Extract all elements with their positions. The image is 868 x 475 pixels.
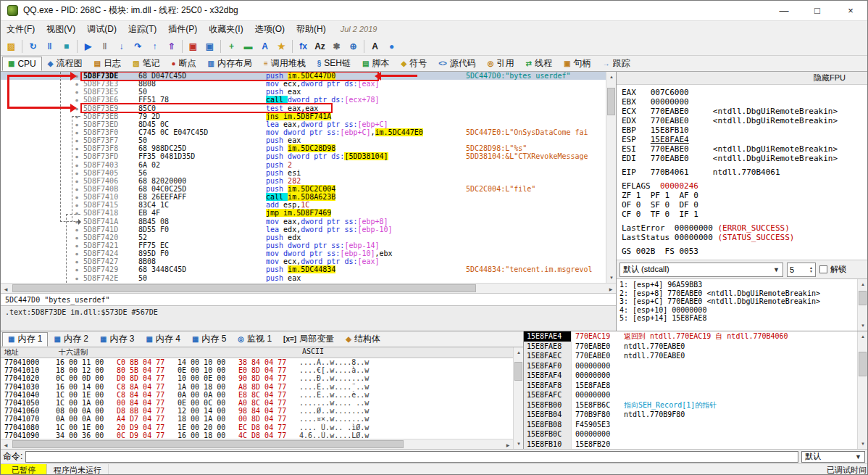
tab-script[interactable]: ▤脚本	[356, 57, 395, 71]
column-header-address[interactable]: 地址	[1, 347, 56, 358]
scrollbar-thumb[interactable]	[859, 291, 867, 305]
scrollbar-track[interactable]	[858, 342, 867, 439]
register-row[interactable]: EDI 770EABE0 <ntdll.DbgUiRemoteBreakin>	[622, 154, 867, 163]
tab-seh[interactable]: §SEH链	[312, 57, 356, 71]
disasm-row[interactable]: ●5D8F742968 3448C45Dpush im.5DC448345DC4…	[1, 265, 606, 273]
disasm-row[interactable]: ●5D8F73FDFF35 0481D35Dpush dword ptr ds:…	[1, 152, 606, 160]
stack-argument-row[interactable]: 2: [esp+8] 770EABE0 <ntdll.DbgUiRemoteBr…	[619, 289, 857, 298]
stack-row[interactable]: 15E8FAFC00000000	[524, 390, 857, 400]
run-icon[interactable]: ▶	[80, 38, 96, 54]
register-row[interactable]: EBP 15E8FB10	[622, 125, 867, 135]
disasm-row[interactable]: ●5D8F742E50push eax	[1, 274, 606, 282]
tab-graph[interactable]: ◈流程图	[42, 57, 88, 71]
stack-row[interactable]: 15E8FAF400000000	[524, 371, 857, 381]
patches-icon[interactable]: +	[223, 38, 240, 54]
memory-hscrollbar[interactable]: ◀ ▶	[1, 439, 513, 449]
comment-icon[interactable]: ▬	[240, 38, 256, 54]
tab-trace[interactable]: →跟踪	[596, 57, 635, 71]
help-icon[interactable]: ●	[383, 38, 400, 54]
stack-row[interactable]: 15E8FAF000000000	[524, 361, 857, 371]
breakpoint-dot[interactable]: ●	[70, 241, 83, 249]
memory-scrollbar[interactable]: ▲ ▼	[513, 347, 523, 449]
disassembly-view[interactable]: ●5D8F73DE68 D047C45Dpush im.5DC447D05DC4…	[1, 72, 606, 283]
menu-item-6[interactable]: 选项(O)	[249, 21, 291, 38]
tab-memory-2[interactable]: ▦内存 2	[48, 332, 93, 347]
scroll-left-icon[interactable]: ◀	[1, 439, 11, 449]
scrollbar-thumb[interactable]	[607, 88, 615, 115]
menu-item-5[interactable]: 收藏夹(I)	[203, 21, 249, 38]
memory-row[interactable]: 7704103016 00 14 00C8 8A 04 771A 00 18 0…	[1, 383, 513, 391]
step-out-icon[interactable]: ↑	[146, 38, 163, 54]
scrollbar-thumb[interactable]	[514, 362, 522, 381]
stack-row[interactable]: 15E8FAE8770EABE0ntdll.770EABE0	[524, 342, 857, 352]
breakpoint-dot[interactable]: ●	[70, 257, 83, 265]
tab-source[interactable]: <>源代码	[433, 57, 482, 71]
tab-memory-1[interactable]: ▦内存 1	[2, 332, 48, 347]
scrollbar-thumb[interactable]	[859, 352, 867, 376]
memory-row[interactable]: 7704101018 00 12 0080 5B 04 770E 00 10 0…	[1, 366, 513, 374]
scroll-down-icon[interactable]: ▼	[606, 273, 617, 283]
scroll-right-icon[interactable]: ▶	[503, 439, 513, 449]
scroll-down-icon[interactable]: ▼	[858, 321, 867, 331]
stack-row[interactable]: 15E8FB04770B9F80ntdll.770B9F80	[524, 410, 857, 420]
register-row[interactable]: EAX 007C6000	[622, 88, 867, 97]
scrollbar-track[interactable]	[606, 82, 616, 273]
register-row[interactable]: ZF 1 PF 1 AF 0	[622, 191, 867, 200]
disasm-row[interactable]: ●5D8F74278B08mov ecx,dword ptr ds:[eax]	[1, 257, 606, 265]
menu-item-2[interactable]: 调试(D)	[81, 21, 122, 38]
stack-arguments-view[interactable]: 1: [esp+4] 96A59BB32: [esp+8] 770EABE0 <…	[617, 279, 857, 331]
stack-argument-row[interactable]: 1: [esp+4] 96A59BB3	[619, 281, 857, 289]
command-mode-select[interactable]: 默认 ▼	[801, 451, 865, 463]
stack-row[interactable]: 15E8FAEC770EABE0ntdll.770EABE0	[524, 351, 857, 361]
memory-row[interactable]: 7704109034 00 36 000C D9 04 7716 00 18 0…	[1, 431, 513, 439]
scrollbar-track[interactable]	[11, 284, 606, 293]
tab-memory-4[interactable]: ▦内存 4	[140, 332, 185, 347]
column-header-hex[interactable]: 十六进制	[56, 347, 299, 358]
tab-symbols[interactable]: ◆符号	[395, 57, 433, 71]
menu-item-7[interactable]: 帮助(H)	[291, 21, 332, 38]
register-row[interactable]: EDX 770EABE0 <ntdll.DbgUiRemoteBreakin>	[622, 116, 867, 125]
disasm-row[interactable]: ●5D8F7418EB 4Fjmp im.5D8F7469	[1, 209, 606, 217]
scrollbar-thumb[interactable]	[12, 284, 476, 292]
register-row[interactable]: LastStatus 00000000 (STATUS_SUCCESS)	[622, 233, 867, 242]
register-row[interactable]: EBX 00000000	[622, 97, 867, 107]
trace-into-icon[interactable]: ▣	[185, 38, 201, 54]
memory-row[interactable]: 770410700A 00 0A 00A4 D7 04 7718 00 1A 0…	[1, 415, 513, 423]
menu-item-3[interactable]: 追踪(T)	[122, 21, 162, 38]
tab-log[interactable]: ▤日志	[88, 57, 127, 71]
stack-row[interactable]: 15E8FB08F45905E3	[524, 420, 857, 430]
disasm-row[interactable]: ●5D8F73F0C745 0C E047C45Dmov dword ptr s…	[1, 128, 606, 136]
register-row[interactable]: EIP 770B4061 ntdll.770B4061	[622, 168, 867, 177]
bookmark-icon[interactable]: ★	[273, 38, 290, 54]
breakpoint-dot[interactable]: ●	[70, 234, 83, 241]
tab-handles[interactable]: ▣句柄	[558, 57, 596, 71]
disasm-row[interactable]: ●5D8F740B68 04C0C25Dpush im.5DC2C0045DC2…	[1, 185, 606, 193]
tab-locals[interactable]: [x=]局部变量	[277, 332, 340, 347]
register-row[interactable]: OF 0 SF 0 DF 0	[622, 200, 867, 210]
memory-row[interactable]: 7704100016 00 11 00C0 8B 04 7714 00 10 0…	[1, 358, 513, 366]
trace-over-icon[interactable]: ▣	[201, 38, 218, 54]
scrollbar-track[interactable]	[11, 439, 503, 449]
disasm-row[interactable]: ●5D8F741D8D55 F0lea edx,dword ptr ss:[eb…	[1, 226, 606, 234]
command-input[interactable]	[25, 451, 798, 463]
topmost-icon[interactable]: A	[367, 38, 383, 54]
scrollbar-thumb[interactable]	[12, 440, 404, 448]
register-row[interactable]: CF 0 TF 0 IF 1	[622, 210, 867, 219]
breakpoint-dot[interactable]: ●	[70, 226, 83, 234]
disasm-row[interactable]: ●5D8F73E550push eax	[1, 88, 606, 96]
tab-watch-1[interactable]: ◎监视 1	[232, 332, 277, 347]
scroll-left-icon[interactable]: ◀	[1, 284, 11, 294]
function-icon[interactable]: fx	[295, 38, 312, 54]
disasm-row[interactable]: ●5D8F73F750push eax	[1, 136, 606, 144]
stack-argument-row[interactable]: 5: [esp+14] 15E8FAE8	[619, 314, 857, 323]
stack-row[interactable]: 15E8FB1015E8FB20	[524, 439, 857, 449]
disasm-row[interactable]: ●5D8F74036A 02push 2	[1, 161, 606, 169]
disasm-row[interactable]: ●5D8F741A8B45 08mov eax,dword ptr ss:[eb…	[1, 218, 606, 226]
stack-argument-row[interactable]: 3: [esp+C] 770EABE0 <ntdll.DbgUiRemoteBr…	[619, 297, 857, 306]
step-into-icon[interactable]: ↓	[113, 38, 130, 54]
tab-cpu[interactable]: ▦CPU	[2, 57, 42, 71]
disasm-row[interactable]: ●5D8F73EB79 2Djns im.5D8F741A	[1, 112, 606, 120]
stack-row[interactable]: 15E8FAE4770EAC19返回到 ntdll.770EAC19 自 ntd…	[524, 331, 857, 342]
disassembly-hscrollbar[interactable]: ◀ ▶	[1, 283, 616, 293]
maximize-button[interactable]: □	[801, 1, 834, 20]
